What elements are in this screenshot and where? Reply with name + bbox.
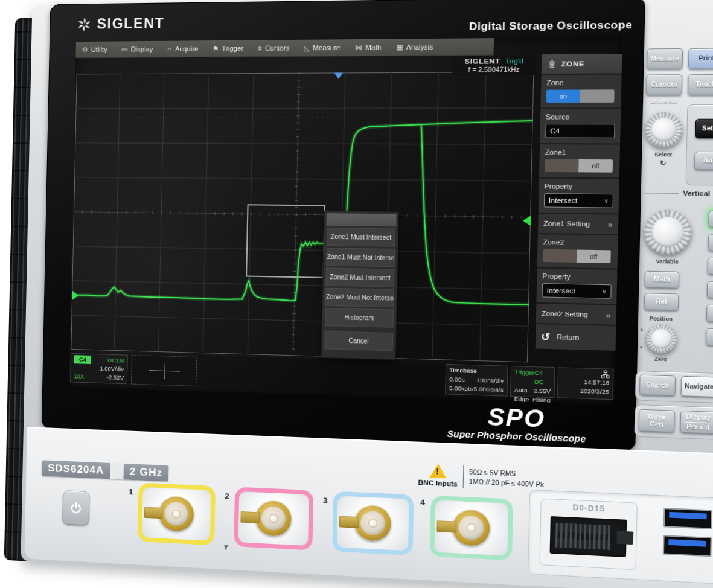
expand-arrow-icon: » bbox=[608, 219, 613, 229]
model-number: SDS6204A bbox=[42, 460, 110, 479]
cursors-icon: # bbox=[258, 45, 262, 52]
cursors-button[interactable]: Cursors bbox=[646, 74, 682, 95]
property2-dropdown[interactable]: Intersect ∨ bbox=[542, 283, 612, 299]
vertical-zero-label: Zero bbox=[644, 356, 677, 363]
frequency-readout: f = 2.500471kHz bbox=[452, 65, 536, 73]
menu-acquire[interactable]: ∩Acquire bbox=[167, 45, 199, 53]
digital-probe-slot: D0-D15 bbox=[539, 499, 638, 570]
acquire-icon: ∩ bbox=[167, 45, 172, 53]
popup-item-zone1-must-not-intersect[interactable]: Zone1 Must Not Intersect bbox=[326, 248, 395, 267]
usb-port-1 bbox=[663, 508, 712, 529]
math-icon: ⋈ bbox=[355, 43, 362, 52]
down-arrow-icon: ▼ bbox=[639, 345, 644, 350]
clock-time: 14:57:16 bbox=[584, 377, 609, 387]
vertical-group-title: Vertical bbox=[644, 189, 713, 198]
sample-rate: 5.00GSa/s bbox=[473, 385, 504, 394]
measure-button[interactable]: Measure bbox=[647, 48, 683, 69]
display-persist-button[interactable]: DisplayPersist bbox=[680, 411, 713, 434]
spo-logo: SPO Super Phosphor Oscilloscope bbox=[417, 403, 618, 446]
zone2-setting-row[interactable]: Zone2 Setting » bbox=[536, 304, 616, 325]
lan-network-icon bbox=[601, 370, 610, 378]
zone-toggle[interactable]: on bbox=[546, 89, 615, 103]
power-button[interactable] bbox=[62, 490, 89, 525]
usb-port-2 bbox=[663, 535, 712, 557]
bottom-status-bar: C4DC1M 1.00V/div 10X-2.52V Timebase 0.00… bbox=[69, 352, 615, 401]
zone2-toggle[interactable]: off bbox=[543, 249, 611, 263]
bnc-input-warning: BNC Inputs 50Ω ≤ 5V RMS 1MΩ // 20 pF ≤ 4… bbox=[418, 463, 544, 491]
menu-analysis[interactable]: ▦Analysis bbox=[396, 43, 433, 51]
memory-depth: 5.00kpts bbox=[449, 384, 473, 394]
touch-button[interactable]: Touch bbox=[688, 74, 713, 95]
math-button[interactable]: Math bbox=[644, 271, 679, 289]
channel4-number: 4 bbox=[420, 497, 425, 507]
channel4-bnc-well bbox=[431, 497, 512, 559]
probe-y-label: Y bbox=[223, 543, 228, 551]
property1-section: Property Intersect ∨ bbox=[539, 179, 619, 214]
siglent-pinwheel-icon bbox=[76, 16, 92, 33]
zone1-toggle[interactable]: off bbox=[545, 159, 613, 173]
channel2-number: 2 bbox=[225, 491, 229, 501]
zone-popup-menu: Zone1 Must Intersect Zone1 Must Not Inte… bbox=[321, 211, 400, 360]
source-field[interactable]: C4 bbox=[545, 124, 615, 138]
channel3-button[interactable]: 3 bbox=[707, 258, 713, 275]
popup-item-zone1-must-intersect[interactable]: Zone1 Must Intersect bbox=[327, 228, 395, 247]
channel1-bnc-well bbox=[139, 484, 214, 545]
waveform-grid bbox=[71, 72, 534, 362]
search-button[interactable]: Search bbox=[639, 375, 676, 396]
trigger-descriptor[interactable]: TriggerC4 DC Auto2.55V EdgeRising bbox=[510, 366, 555, 398]
menu-math[interactable]: ⋈Math bbox=[355, 43, 382, 51]
trigger-state-badge: Trig'd bbox=[505, 57, 523, 65]
menu-cursors[interactable]: #Cursors bbox=[258, 44, 289, 52]
channel-offset: -2.52V bbox=[106, 373, 124, 382]
flag-icon: ⚑ bbox=[213, 45, 219, 53]
chevron-down-icon: ∨ bbox=[602, 288, 607, 295]
touchscreen-display[interactable]: ⚙Utility ▭Display ∩Acquire ⚑Trigger #Cur… bbox=[69, 37, 622, 405]
channel2-button[interactable]: 2 bbox=[708, 234, 713, 252]
zone2-section: Zone2 off bbox=[537, 234, 618, 269]
popup-item-zone2-must-not-intersect[interactable]: Zone2 Must Not Intersect bbox=[325, 288, 394, 308]
timebase-label: Timebase bbox=[449, 366, 477, 375]
trigger-status-header: SIGLENTTrig'd f = 2.500471kHz bbox=[452, 56, 537, 75]
ref-button[interactable]: Ref bbox=[644, 293, 679, 310]
timebase-descriptor[interactable]: Timebase 0.00s100ns/div 5.00kpts5.00GSa/… bbox=[445, 364, 508, 397]
popup-item-histogram[interactable]: Histogram bbox=[325, 308, 394, 328]
wave-gen-button[interactable]: Wave Gen bbox=[639, 409, 675, 433]
trigger-auto-button[interactable]: Auto bbox=[694, 152, 713, 170]
trash-icon bbox=[548, 60, 556, 68]
volts-per-div: 1.00V/div bbox=[100, 365, 124, 374]
channel4-descriptor[interactable]: C4DC1M 1.00V/div 10X-2.52V bbox=[70, 353, 128, 384]
zone1-setting-row[interactable]: Zone1 Setting » bbox=[538, 214, 619, 234]
chevron-down-icon: ∨ bbox=[604, 197, 609, 204]
warning-triangle-icon bbox=[429, 464, 447, 478]
channel4-button[interactable]: 4 bbox=[707, 281, 713, 299]
menu-measure[interactable]: ◺Measure bbox=[304, 43, 341, 52]
menu-utility[interactable]: ⚙Utility bbox=[82, 45, 107, 53]
navigate-button[interactable]: Navigate bbox=[681, 376, 713, 397]
empty-channel-slot[interactable] bbox=[131, 355, 197, 386]
trigger-setup-button[interactable]: Setup bbox=[695, 119, 713, 139]
clock-box: 14:57:16 2020/3/25 bbox=[557, 367, 614, 400]
product-tagline: Digital Storage Oscilloscope bbox=[469, 19, 633, 33]
return-arrow-icon: ↺ bbox=[541, 330, 550, 343]
trigger-type: Edge bbox=[514, 395, 529, 404]
menu-display[interactable]: ▭Display bbox=[121, 45, 153, 54]
digital-button[interactable]: Digital bbox=[706, 305, 713, 323]
universal-label: Universal bbox=[643, 98, 685, 104]
return-row[interactable]: ↺ Return bbox=[536, 324, 616, 351]
menu-trigger[interactable]: ⚑Trigger bbox=[213, 44, 244, 53]
property1-dropdown[interactable]: Intersect ∨ bbox=[544, 193, 613, 208]
popup-item-zone2-must-intersect[interactable]: Zone2 Must Intersect bbox=[325, 267, 394, 287]
property2-section: Property Intersect ∨ bbox=[536, 268, 617, 304]
print-button[interactable]: Print bbox=[688, 48, 713, 69]
zoom-search-button[interactable] bbox=[706, 328, 713, 347]
channel1-number: 1 bbox=[129, 487, 133, 497]
gear-icon: ⚙ bbox=[82, 45, 88, 53]
channel1-button[interactable]: 1 bbox=[708, 211, 713, 228]
timebase-delay: 0.00s bbox=[449, 375, 465, 385]
digital-connector-label: D0-D15 bbox=[541, 502, 636, 515]
popup-item-cancel[interactable]: Cancel bbox=[324, 331, 393, 351]
oscilloscope-device: SIGLENT Digital Storage Oscilloscope SPO… bbox=[4, 0, 713, 588]
brand-name: SIGLENT bbox=[97, 15, 164, 33]
zone-panel-header: ZONE bbox=[542, 54, 622, 74]
analysis-icon: ▦ bbox=[396, 43, 403, 51]
